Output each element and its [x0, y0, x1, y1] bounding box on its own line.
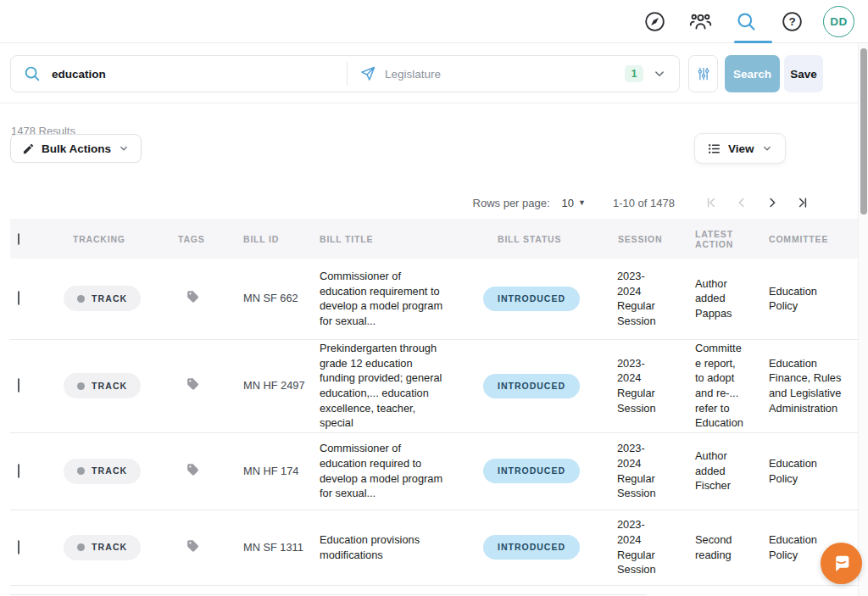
- bill-title[interactable]: Commissioner of education requirement to…: [305, 259, 475, 339]
- pencil-icon: [22, 142, 35, 155]
- view-button[interactable]: View: [694, 133, 786, 164]
- previous-page-button[interactable]: [729, 190, 754, 215]
- view-label: View: [728, 142, 754, 155]
- track-button[interactable]: TRACK: [64, 373, 141, 398]
- table-row[interactable]: TRACK MN HF 2497 Prekindergarten through…: [10, 339, 858, 432]
- track-button[interactable]: TRACK: [64, 286, 141, 311]
- table-row[interactable]: TRACK MN HF 174 Commissioner of educatio…: [10, 432, 858, 510]
- compass-icon[interactable]: [640, 7, 669, 36]
- help-icon[interactable]: ?: [777, 7, 806, 36]
- committee: Education Policy: [750, 259, 858, 339]
- track-status-dot: [77, 543, 85, 551]
- status-badge: INTRODUCED: [483, 287, 580, 311]
- session: 2023-2024 Regular Session: [599, 339, 678, 432]
- track-button[interactable]: TRACK: [64, 535, 141, 560]
- audience-icon[interactable]: [686, 7, 715, 36]
- bill-title[interactable]: Prekindergarten through grade 12 educati…: [305, 339, 475, 432]
- track-status-dot: [77, 467, 85, 475]
- table-header-row: TRACKING TAGS BILL ID BILL TITLE BILL ST…: [10, 219, 858, 259]
- tag-icon[interactable]: [186, 462, 200, 476]
- committee: Education Policy: [750, 432, 858, 510]
- latest-action: Author added Pappas: [678, 259, 750, 339]
- query-segment[interactable]: education: [11, 56, 347, 92]
- chat-bubble-icon: [831, 553, 852, 574]
- top-navigation-bar: ? DD: [0, 0, 868, 43]
- latest-action: Second reading: [678, 510, 750, 585]
- bills-table: TRACKING TAGS BILL ID BILL TITLE BILL ST…: [10, 219, 858, 586]
- dropdown-caret-icon: ▼: [578, 198, 586, 207]
- row-checkbox[interactable]: [18, 464, 19, 478]
- track-label: TRACK: [92, 541, 127, 553]
- status-badge: INTRODUCED: [483, 535, 580, 560]
- bill-id[interactable]: MN HF 2497: [229, 339, 305, 432]
- status-badge: INTRODUCED: [483, 459, 580, 483]
- session: 2023-2024 Regular Session: [599, 259, 678, 339]
- search-button[interactable]: Search: [725, 55, 780, 92]
- next-row-divider: [10, 594, 647, 595]
- tag-icon[interactable]: [186, 538, 200, 553]
- bill-id[interactable]: MN SF 1311: [229, 510, 305, 585]
- user-avatar[interactable]: DD: [823, 6, 854, 37]
- pagination-bar: Rows per page: 10 ▼ 1-10 of 1478: [0, 190, 815, 215]
- search-query-text[interactable]: education: [52, 68, 106, 81]
- scrollbar-thumb[interactable]: [860, 48, 867, 214]
- committee: Education Finance, Rules and Legislative…: [750, 339, 858, 432]
- send-icon: [359, 65, 376, 82]
- column-header-tracking: TRACKING: [59, 219, 174, 259]
- scope-count-badge: 1: [625, 65, 643, 82]
- row-checkbox[interactable]: [18, 291, 19, 305]
- next-page-button[interactable]: [760, 190, 785, 215]
- track-label: TRACK: [92, 465, 127, 476]
- column-header-latest-action: LATEST ACTION: [678, 219, 750, 259]
- svg-text:?: ?: [788, 15, 795, 28]
- pagination-range: 1-10 of 1478: [613, 197, 675, 209]
- rows-per-page-label: Rows per page:: [473, 197, 550, 209]
- search-bar[interactable]: education Legislature 1: [10, 55, 680, 92]
- bulk-actions-button[interactable]: Bulk Actions: [10, 134, 142, 163]
- tag-icon[interactable]: [186, 376, 200, 391]
- table-row[interactable]: TRACK MN SF 662 Commissioner of educatio…: [10, 259, 858, 339]
- column-header-bill-status: BILL STATUS: [475, 219, 599, 259]
- latest-action: Committee report, to adopt and re-... re…: [678, 339, 750, 432]
- filters-button[interactable]: [688, 55, 718, 92]
- latest-action: Author added Fischer: [678, 432, 750, 510]
- last-page-button[interactable]: [790, 190, 815, 215]
- table-row[interactable]: TRACK MN SF 1311 Education provisions mo…: [10, 510, 858, 585]
- rows-per-page-value: 10: [562, 197, 574, 209]
- column-header-tags: TAGS: [174, 219, 229, 259]
- scope-segment[interactable]: Legislature 1: [348, 56, 679, 92]
- column-header-bill-id: BILL ID: [229, 219, 305, 259]
- row-checkbox[interactable]: [18, 378, 19, 393]
- bill-title[interactable]: Commissioner of education required to de…: [305, 432, 475, 510]
- vertical-scrollbar[interactable]: [858, 43, 868, 596]
- first-page-button[interactable]: [698, 190, 724, 215]
- session: 2023-2024 Regular Session: [599, 432, 678, 510]
- column-header-session: SESSION: [599, 219, 678, 259]
- bulk-actions-label: Bulk Actions: [42, 142, 111, 155]
- track-button[interactable]: TRACK: [64, 459, 141, 484]
- search-section: education Legislature 1 Searc: [0, 43, 868, 103]
- track-status-dot: [77, 382, 85, 390]
- search-icon: [23, 64, 42, 83]
- column-header-committee: COMMITTEE: [750, 219, 858, 259]
- tag-icon[interactable]: [186, 289, 200, 304]
- chevron-down-icon[interactable]: [652, 66, 667, 81]
- select-all-checkbox[interactable]: [18, 233, 19, 245]
- chat-launcher-button[interactable]: [821, 543, 862, 584]
- bill-title[interactable]: Education provisions modifications: [305, 510, 475, 585]
- bill-id[interactable]: MN SF 662: [229, 259, 305, 339]
- bill-id[interactable]: MN HF 174: [229, 432, 305, 510]
- column-header-bill-title: BILL TITLE: [305, 219, 475, 259]
- sliders-icon: [695, 65, 712, 82]
- rows-per-page-select[interactable]: 10 ▼: [562, 197, 586, 209]
- status-badge: INTRODUCED: [483, 374, 580, 398]
- track-label: TRACK: [92, 292, 127, 304]
- save-button[interactable]: Save: [784, 55, 823, 92]
- list-view-icon: [707, 142, 721, 156]
- session: 2023-2024 Regular Session: [599, 510, 678, 585]
- row-checkbox[interactable]: [18, 540, 19, 554]
- chevron-down-icon: [118, 142, 130, 154]
- chevron-down-icon: [761, 142, 773, 154]
- search-nav-icon[interactable]: [732, 7, 760, 36]
- scope-label: Legislature: [385, 68, 616, 81]
